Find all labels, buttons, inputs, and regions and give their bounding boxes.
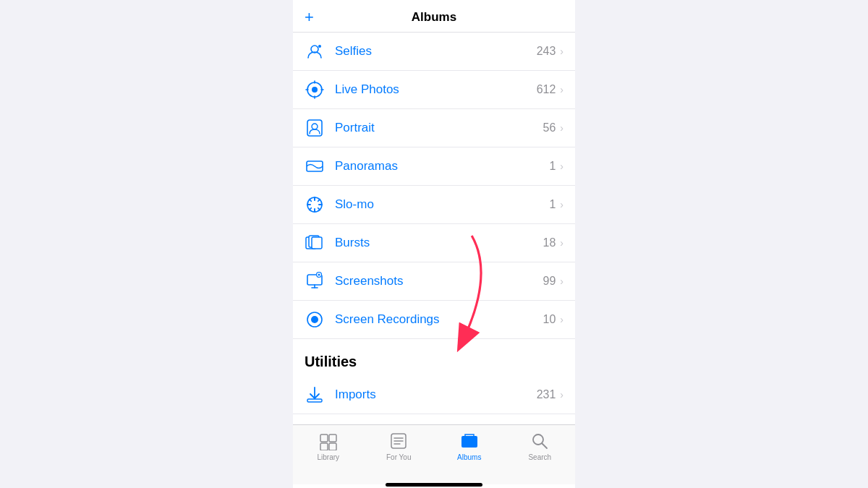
tab-for-you[interactable]: For You (364, 431, 435, 461)
svg-line-18 (318, 200, 320, 202)
search-tab-icon (529, 431, 550, 451)
duplicates-icon (305, 423, 325, 424)
for-you-tab-label: For You (386, 453, 411, 461)
live-photos-chevron: › (560, 84, 563, 95)
svg-rect-39 (320, 435, 328, 442)
selfies-count: 243 (537, 45, 556, 58)
header-title: Albums (412, 10, 456, 25)
slomo-icon (305, 194, 325, 215)
panoramas-label: Panoramas (335, 159, 549, 174)
selfies-chevron: › (560, 46, 563, 57)
portrait-chevron: › (560, 122, 563, 134)
home-bar (386, 483, 482, 487)
selfies-label: Selfies (335, 44, 537, 59)
albums-tab-label: Albums (457, 453, 481, 461)
albums-list: Selfies 243 › Live Photos 612 › (293, 33, 575, 424)
search-tab-label: Search (528, 453, 551, 461)
live-photos-label: Live Photos (335, 82, 537, 97)
phone-screen: + Albums Selfies 243 › (293, 0, 575, 488)
add-album-button[interactable]: + (305, 8, 314, 27)
library-tab-icon (318, 431, 339, 451)
svg-line-46 (542, 444, 548, 449)
tab-library[interactable]: Library (293, 431, 364, 461)
svg-line-17 (318, 208, 320, 210)
for-you-tab-icon (388, 431, 409, 451)
tab-search[interactable]: Search (505, 431, 576, 461)
list-item-portrait[interactable]: Portrait 56 › (293, 109, 575, 147)
bursts-label: Bursts (335, 236, 543, 250)
screenshots-chevron: › (560, 275, 563, 287)
portrait-count: 56 (543, 121, 556, 134)
slo-mo-count: 1 (549, 198, 556, 211)
bursts-count: 18 (543, 236, 556, 249)
slo-mo-label: Slo-mo (335, 197, 549, 212)
imports-label: Imports (335, 388, 537, 402)
list-item-bursts[interactable]: Bursts 18 › (293, 224, 575, 262)
imports-icon (305, 385, 325, 405)
tab-albums[interactable]: Albums (434, 431, 505, 461)
svg-point-1 (318, 45, 321, 48)
list-item-screen-recordings[interactable]: Screen Recordings 10 › (293, 301, 575, 339)
imports-count: 231 (537, 388, 556, 401)
albums-header: + Albums (293, 0, 575, 33)
screen-recordings-chevron: › (560, 314, 563, 325)
bursts-chevron: › (560, 237, 563, 249)
svg-line-16 (310, 200, 312, 202)
albums-tab-icon (459, 431, 480, 451)
svg-line-19 (310, 208, 312, 210)
screenshots-count: 99 (543, 275, 556, 288)
panoramas-chevron: › (560, 160, 563, 172)
imports-chevron: › (560, 389, 563, 401)
live-photos-icon (305, 80, 325, 100)
list-item-slo-mo[interactable]: Slo-mo 1 › (293, 186, 575, 224)
panoramas-icon (305, 156, 325, 176)
list-item-live-photos[interactable]: Live Photos 612 › (293, 71, 575, 109)
svg-point-9 (312, 124, 318, 129)
utilities-section-header: Utilities (293, 339, 575, 376)
portrait-label: Portrait (335, 121, 543, 135)
list-item-imports[interactable]: Imports 231 › (293, 376, 575, 414)
library-tab-label: Library (317, 453, 339, 461)
screen-recordings-label: Screen Recordings (335, 312, 543, 327)
svg-point-28 (311, 316, 318, 323)
selfies-icon (305, 41, 325, 61)
svg-point-3 (312, 87, 318, 93)
svg-rect-29 (307, 399, 322, 402)
bursts-icon (305, 233, 325, 253)
screen-recordings-count: 10 (543, 313, 556, 326)
list-item-screenshots[interactable]: Screenshots 99 › (293, 262, 575, 301)
list-item-duplicates[interactable]: Duplicates 28 › (293, 414, 575, 424)
screen-recordings-icon (305, 309, 325, 330)
list-item-selfies[interactable]: Selfies 243 › (293, 33, 575, 71)
portrait-icon (305, 118, 325, 138)
panoramas-count: 1 (549, 160, 556, 173)
slo-mo-chevron: › (560, 199, 563, 210)
svg-rect-44 (461, 436, 477, 448)
list-item-panoramas[interactable]: Panoramas 1 › (293, 147, 575, 186)
tab-bar: Library For You Albums (293, 424, 575, 484)
svg-rect-42 (329, 443, 336, 450)
live-photos-count: 612 (537, 83, 556, 96)
svg-rect-22 (312, 237, 322, 249)
screenshots-label: Screenshots (335, 274, 543, 288)
svg-point-26 (318, 274, 320, 276)
svg-rect-40 (329, 435, 336, 442)
svg-rect-41 (320, 443, 328, 450)
screenshots-icon (305, 271, 325, 291)
home-indicator (293, 484, 575, 488)
